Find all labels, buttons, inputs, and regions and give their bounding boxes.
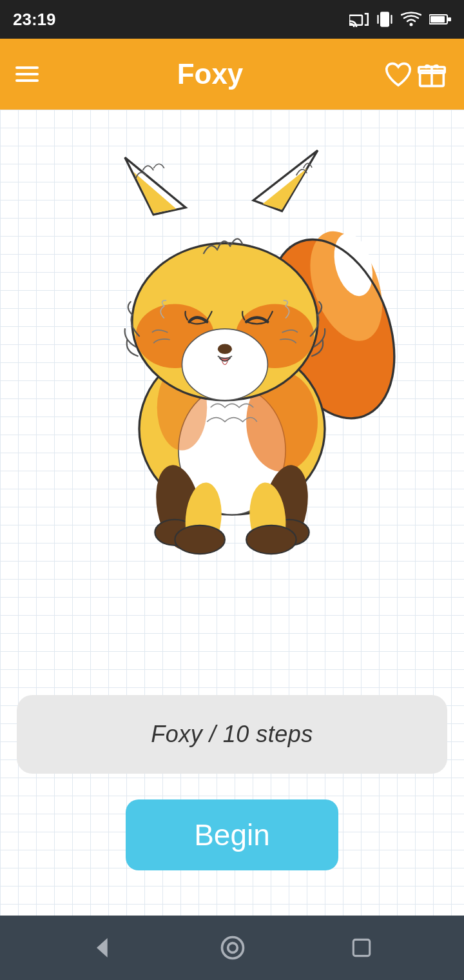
- fox-svg: [52, 129, 412, 593]
- heart-button[interactable]: [382, 57, 415, 91]
- status-time: 23:19: [13, 10, 56, 30]
- gift-icon: [418, 60, 446, 88]
- svg-rect-2: [377, 15, 378, 24]
- home-button[interactable]: [218, 934, 247, 962]
- svg-point-4: [410, 23, 413, 26]
- gift-button[interactable]: [415, 57, 449, 91]
- svg-point-47: [222, 937, 243, 959]
- status-bar: 23:19: [0, 0, 464, 39]
- app-title: Foxy: [39, 58, 382, 90]
- begin-button[interactable]: Begin: [126, 799, 338, 870]
- fox-illustration: [45, 122, 419, 600]
- svg-point-33: [218, 344, 232, 354]
- main-content: Foxy / 10 steps Begin: [0, 110, 464, 916]
- hamburger-line-3: [15, 79, 39, 82]
- svg-marker-46: [97, 938, 108, 957]
- hamburger-line-2: [15, 73, 39, 75]
- info-card-text: Foxy / 10 steps: [151, 721, 313, 747]
- bottom-nav: [0, 916, 464, 980]
- wifi-icon: [401, 12, 421, 27]
- svg-point-48: [228, 943, 238, 953]
- svg-rect-49: [354, 939, 370, 956]
- home-circle-icon: [218, 934, 247, 962]
- vibrate-icon: [376, 10, 393, 28]
- app-bar: Foxy: [0, 39, 464, 110]
- heart-icon: [384, 61, 412, 87]
- svg-marker-23: [133, 172, 176, 213]
- battery-icon: [429, 13, 451, 26]
- cast-icon: [349, 12, 369, 27]
- hamburger-line-1: [15, 66, 39, 69]
- menu-button[interactable]: [15, 66, 39, 82]
- info-card: Foxy / 10 steps: [17, 695, 447, 774]
- square-icon: [349, 936, 374, 960]
- begin-button-label: Begin: [194, 818, 270, 852]
- status-icons: [349, 10, 451, 28]
- svg-rect-6: [430, 16, 445, 23]
- svg-rect-7: [448, 17, 451, 21]
- recents-button[interactable]: [349, 936, 374, 960]
- svg-rect-3: [391, 15, 392, 24]
- svg-rect-1: [380, 12, 389, 26]
- back-button[interactable]: [90, 935, 116, 961]
- back-arrow-icon: [90, 935, 116, 961]
